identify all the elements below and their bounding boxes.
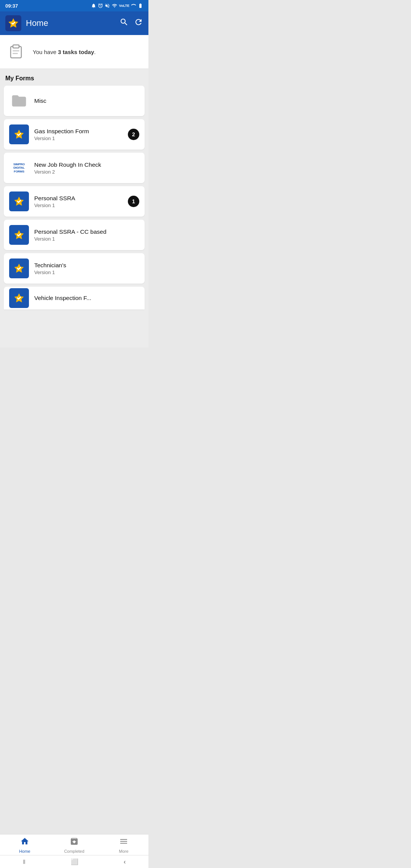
technicians-icon-container (9, 258, 29, 278)
clipboard-icon (8, 43, 26, 61)
technicians-version: Version 1 (34, 270, 139, 275)
form-card-misc[interactable]: Misc (4, 86, 145, 116)
form-card-personal-ssra[interactable]: Personal SSRA Version 1 1 (4, 186, 145, 217)
status-bar: 09:37 VoLTE (0, 0, 148, 11)
personal-ssra-name: Personal SSRA (34, 195, 123, 202)
technicians-name: Technician's (34, 262, 139, 269)
svg-rect-3 (13, 50, 19, 51)
form-misc-name: Misc (34, 97, 139, 104)
tasks-icon (7, 42, 27, 62)
vehicle-inspection-icon-container (9, 288, 29, 308)
tasks-banner: You have 3 tasks today. (0, 35, 148, 69)
vehicle-inspection-name: Vehicle Inspection F... (34, 295, 139, 302)
form-card-personal-ssra-cc[interactable]: Personal SSRA - CC based Version 1 (4, 220, 145, 250)
technicians-info: Technician's Version 1 (34, 262, 139, 275)
status-time: 09:37 (5, 3, 18, 9)
gas-inspection-name: Gas Inspection Form (34, 128, 123, 135)
form-card-technicians[interactable]: Technician's Version 1 (4, 253, 145, 284)
battery-icon (138, 3, 143, 8)
wifi-icon (112, 3, 118, 8)
form-card-vehicle-inspection-partial[interactable]: Vehicle Inspection F... (4, 287, 145, 310)
new-job-rough-info: New Job Rough In Check Version 2 (34, 161, 139, 175)
technicians-star-icon (13, 263, 25, 274)
search-button[interactable] (119, 18, 129, 29)
search-icon (119, 18, 129, 27)
app-logo (5, 15, 21, 31)
forms-section-title: My Forms (4, 73, 145, 86)
gas-inspection-info: Gas Inspection Form Version 1 (34, 128, 123, 141)
refresh-button[interactable] (134, 18, 143, 29)
vehicle-inspection-star-icon (13, 292, 25, 304)
signal-icon (131, 3, 136, 8)
personal-ssra-star-icon (13, 196, 25, 207)
personal-ssra-cc-version: Version 1 (34, 236, 139, 242)
folder-icon-container (9, 91, 29, 111)
personal-ssra-cc-name: Personal SSRA - CC based (34, 228, 139, 235)
personal-ssra-version: Version 1 (34, 203, 123, 208)
vehicle-inspection-info: Vehicle Inspection F... (34, 295, 139, 302)
simpro-logo-text: SIMPRO DIGITAL FORMS (9, 163, 29, 174)
mute-icon (105, 3, 110, 8)
notification-icon (91, 3, 96, 8)
gas-inspection-version: Version 1 (34, 136, 123, 141)
form-misc-info: Misc (34, 97, 139, 104)
new-job-rough-name: New Job Rough In Check (34, 161, 139, 168)
forms-list: Misc Gas Inspection Form Version 1 2 SIM… (4, 86, 145, 348)
gas-inspection-icon-container (9, 124, 29, 144)
refresh-icon (134, 18, 143, 27)
svg-rect-4 (13, 53, 18, 54)
simpro-logo-container: SIMPRO DIGITAL FORMS (9, 158, 29, 178)
logo-star-icon (8, 18, 19, 29)
gas-inspection-badge: 2 (128, 129, 139, 140)
personal-ssra-info: Personal SSRA Version 1 (34, 195, 123, 208)
new-job-rough-version: Version 2 (34, 169, 139, 175)
folder-icon (11, 93, 27, 109)
form-card-gas-inspection[interactable]: Gas Inspection Form Version 1 2 (4, 119, 145, 150)
personal-ssra-cc-star-icon (13, 229, 25, 241)
app-bar: Home (0, 11, 148, 35)
gas-inspection-star-icon (13, 129, 25, 140)
app-title: Home (26, 18, 115, 28)
svg-rect-2 (13, 45, 19, 48)
forms-section: My Forms Misc Gas Inspection Form Versio… (0, 69, 148, 348)
alarm-icon (98, 3, 103, 8)
personal-ssra-cc-icon-container (9, 225, 29, 245)
personal-ssra-badge: 1 (128, 196, 139, 207)
form-card-new-job-rough[interactable]: SIMPRO DIGITAL FORMS New Job Rough In Ch… (4, 153, 145, 183)
status-icons: VoLTE (91, 3, 143, 8)
tasks-count: 3 tasks today (58, 49, 94, 55)
tasks-text: You have 3 tasks today. (33, 49, 96, 55)
personal-ssra-icon-container (9, 191, 29, 211)
personal-ssra-cc-info: Personal SSRA - CC based Version 1 (34, 228, 139, 242)
lte-icon: VoLTE (119, 4, 129, 8)
app-bar-actions (119, 18, 143, 29)
